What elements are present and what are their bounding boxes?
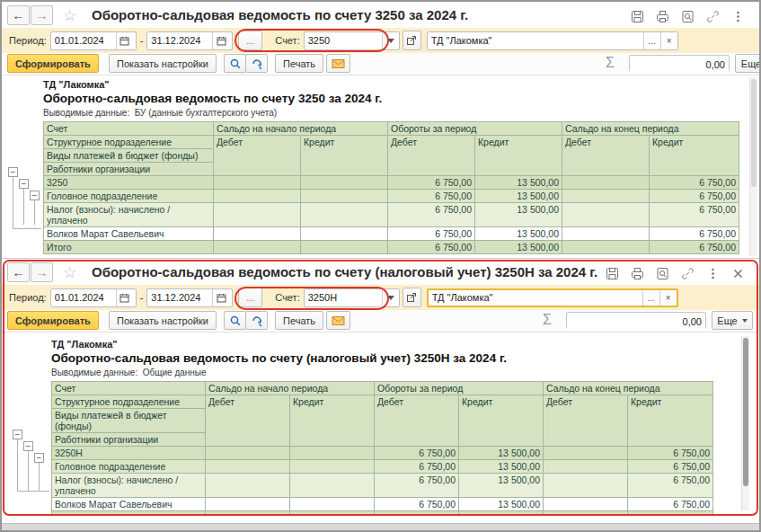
payment-type-row[interactable]: Налог (взносы): начислено / уплачено 6 7… bbox=[52, 474, 713, 498]
amount-cell[interactable] bbox=[206, 460, 290, 474]
row-label-cell[interactable]: Итого bbox=[52, 511, 206, 515]
amount-cell[interactable]: 6 750,00 bbox=[650, 176, 739, 190]
organization-choose-button[interactable]: ... bbox=[642, 290, 659, 306]
more-button[interactable]: Еще bbox=[712, 311, 753, 330]
amount-cell[interactable] bbox=[562, 190, 650, 203]
amount-cell[interactable]: 13 500,00 bbox=[459, 460, 544, 474]
amount-cell[interactable] bbox=[290, 474, 375, 498]
amount-cell[interactable] bbox=[290, 511, 375, 515]
amount-cell[interactable]: 6 750,00 bbox=[650, 203, 739, 227]
amount-cell[interactable]: 6 750,00 bbox=[375, 460, 459, 474]
amount-cell[interactable] bbox=[301, 203, 388, 227]
settings-button[interactable]: Показать настройки bbox=[109, 54, 217, 73]
amount-cell[interactable] bbox=[562, 241, 650, 254]
print-button[interactable]: Печать bbox=[275, 311, 323, 330]
calendar-icon[interactable] bbox=[116, 289, 133, 306]
employee-row[interactable]: Волков Марат Савельевич 6 750,00 13 500,… bbox=[52, 498, 713, 511]
organization-clear-button[interactable]: × bbox=[659, 290, 677, 306]
collapse-toggle[interactable] bbox=[8, 167, 18, 177]
row-label-cell[interactable]: 3250 bbox=[44, 176, 214, 190]
preview-icon[interactable] bbox=[656, 267, 669, 280]
amount-cell[interactable]: 6 750,00 bbox=[628, 511, 713, 515]
amount-cell[interactable]: 6 750,00 bbox=[375, 447, 459, 460]
back-button[interactable] bbox=[7, 262, 30, 282]
amount-cell[interactable] bbox=[301, 241, 388, 254]
row-label-cell[interactable]: Волков Марат Савельевич bbox=[52, 498, 206, 511]
amount-cell[interactable]: 13 500,00 bbox=[459, 511, 544, 515]
amount-cell[interactable] bbox=[206, 447, 290, 460]
close-icon[interactable] bbox=[731, 267, 745, 280]
amount-cell[interactable] bbox=[544, 460, 628, 474]
amount-cell[interactable]: 13 500,00 bbox=[475, 241, 562, 254]
calendar-icon[interactable] bbox=[212, 32, 229, 49]
amount-cell[interactable]: 13 500,00 bbox=[459, 498, 544, 511]
scrollbar-thumb[interactable] bbox=[751, 79, 757, 187]
more-dots-icon[interactable] bbox=[731, 10, 745, 23]
amount-cell[interactable] bbox=[544, 474, 628, 498]
amount-cell[interactable]: 13 500,00 bbox=[459, 447, 544, 460]
forward-button[interactable] bbox=[31, 262, 53, 282]
amount-cell[interactable] bbox=[214, 203, 301, 227]
choose-period-button[interactable]: ... bbox=[238, 31, 262, 50]
print-icon[interactable] bbox=[656, 10, 669, 23]
amount-cell[interactable] bbox=[290, 498, 375, 511]
row-label-cell[interactable]: Волков Марат Савельевич bbox=[44, 227, 214, 241]
amount-cell[interactable] bbox=[214, 176, 301, 190]
settings-button[interactable]: Показать настройки bbox=[109, 311, 217, 330]
amount-cell[interactable]: 6 750,00 bbox=[375, 511, 459, 515]
vertical-scrollbar[interactable] bbox=[741, 336, 749, 510]
amount-cell[interactable] bbox=[214, 190, 301, 203]
amount-cell[interactable]: 6 750,00 bbox=[628, 447, 713, 460]
organization-input[interactable] bbox=[428, 32, 643, 49]
amount-cell[interactable] bbox=[562, 227, 650, 241]
amount-cell[interactable]: 13 500,00 bbox=[475, 190, 562, 203]
account-row[interactable]: 3250Н 6 750,00 13 500,00 6 750,00 bbox=[52, 447, 713, 460]
favorite-star-icon[interactable] bbox=[63, 6, 76, 25]
employee-row[interactable]: Волков Марат Савельевич 6 750,00 13 500,… bbox=[44, 227, 739, 241]
amount-cell[interactable] bbox=[301, 190, 388, 203]
horizontal-scrollbar[interactable] bbox=[2, 523, 759, 530]
generate-button[interactable]: Сформировать bbox=[7, 311, 99, 330]
organization-input[interactable] bbox=[429, 290, 642, 306]
date-to-input[interactable] bbox=[147, 32, 212, 49]
amount-cell[interactable] bbox=[544, 498, 628, 511]
amount-cell[interactable]: 6 750,00 bbox=[388, 190, 475, 203]
open-form-icon[interactable] bbox=[403, 288, 421, 307]
choose-period-button[interactable]: ... bbox=[238, 288, 262, 307]
date-from-input[interactable] bbox=[51, 32, 116, 49]
chevron-down-icon[interactable] bbox=[382, 289, 399, 306]
calendar-icon[interactable] bbox=[116, 32, 133, 49]
open-form-icon[interactable] bbox=[403, 31, 421, 50]
amount-cell[interactable]: 13 500,00 bbox=[475, 203, 562, 227]
amount-cell[interactable] bbox=[290, 447, 375, 460]
save-icon[interactable] bbox=[606, 267, 619, 280]
search-icon[interactable] bbox=[224, 54, 246, 73]
amount-cell[interactable]: 6 750,00 bbox=[628, 460, 713, 474]
envelope-icon[interactable] bbox=[326, 54, 350, 73]
date-from-input[interactable] bbox=[51, 289, 116, 306]
amount-cell[interactable]: 6 750,00 bbox=[375, 474, 459, 498]
save-icon[interactable] bbox=[631, 10, 644, 23]
amount-cell[interactable]: 13 500,00 bbox=[459, 474, 544, 498]
account-input[interactable] bbox=[305, 32, 382, 49]
collapse-toggle[interactable] bbox=[13, 430, 22, 439]
amount-cell[interactable] bbox=[206, 474, 290, 498]
date-to-input[interactable] bbox=[147, 289, 212, 306]
amount-cell[interactable] bbox=[214, 241, 301, 254]
generate-button[interactable]: Сформировать bbox=[7, 54, 99, 73]
amount-cell[interactable] bbox=[301, 176, 388, 190]
total-row[interactable]: Итого 6 750,00 13 500,00 6 750,00 bbox=[44, 241, 739, 254]
amount-cell[interactable]: 13 500,00 bbox=[475, 227, 562, 241]
more-dots-icon[interactable] bbox=[706, 267, 720, 280]
organization-clear-button[interactable]: × bbox=[660, 32, 677, 49]
link-icon[interactable] bbox=[681, 267, 695, 280]
amount-cell[interactable] bbox=[206, 498, 290, 511]
amount-cell[interactable]: 6 750,00 bbox=[388, 176, 475, 190]
more-button[interactable]: Еще bbox=[735, 54, 759, 73]
amount-cell[interactable] bbox=[562, 203, 650, 227]
envelope-icon[interactable] bbox=[326, 311, 350, 330]
print-icon[interactable] bbox=[631, 267, 644, 280]
row-label-cell[interactable]: Налог (взносы): начислено / уплачено bbox=[44, 203, 214, 227]
scrollbar-thumb[interactable] bbox=[743, 338, 748, 486]
row-label-cell[interactable]: Головное подразделение bbox=[44, 190, 214, 203]
